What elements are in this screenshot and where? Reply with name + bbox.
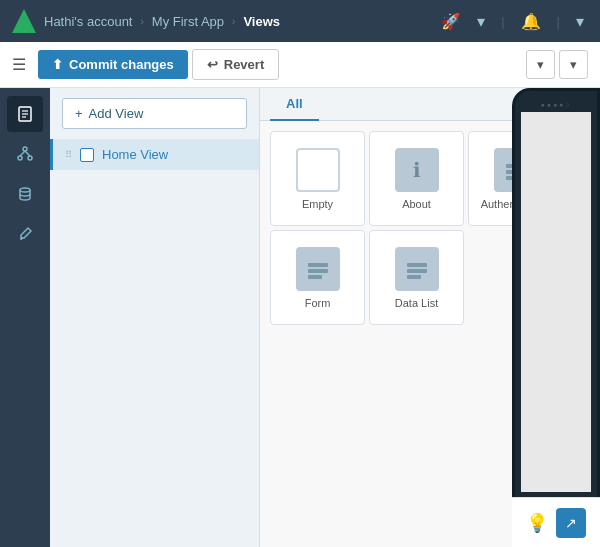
template-card-data-list[interactable]: Data List [369,230,464,325]
revert-label: Revert [224,57,264,72]
form-icon [296,247,340,291]
revert-icon: ↩ [207,57,218,72]
commit-icon: ⬆ [52,57,63,72]
about-label: About [402,198,431,210]
svg-line-8 [25,151,30,156]
bottom-action-bar: 💡 ↗ [512,497,600,547]
nav-divider-2: | [557,14,560,29]
template-card-empty[interactable]: Empty [270,131,365,226]
current-section: Views [243,14,280,29]
data-list-label: Data List [395,297,438,309]
toolbar-dropdown-1[interactable]: ▾ [526,50,555,79]
commit-changes-button[interactable]: ⬆ Commit changes [38,50,188,79]
notifications-icon[interactable]: 🔔 [517,8,545,35]
about-icon: ℹ [395,148,439,192]
bulb-icon[interactable]: 💡 [526,512,548,534]
template-card-about[interactable]: ℹ About [369,131,464,226]
revert-button[interactable]: ↩ Revert [192,49,279,80]
svg-rect-13 [308,263,328,267]
svg-rect-15 [308,275,322,279]
template-card-form[interactable]: Form [270,230,365,325]
views-sidebar: + Add View ⠿ Home View [50,88,260,547]
add-view-button[interactable]: + Add View [62,98,247,129]
main-layout: + Add View ⠿ Home View All Empty ℹ About [0,88,600,547]
empty-label: Empty [302,198,333,210]
svg-point-5 [18,156,22,160]
icon-sidebar [0,88,50,547]
svg-point-6 [28,156,32,160]
phone-screen [521,112,591,492]
nav-separator-1: › [140,16,143,27]
sidebar-icon-database[interactable] [7,176,43,212]
svg-rect-18 [407,275,421,279]
hamburger-icon[interactable]: ☰ [12,55,26,74]
deploy-icon[interactable]: 🚀 [437,8,465,35]
sidebar-icon-hierarchy[interactable] [7,136,43,172]
svg-point-9 [20,188,30,192]
add-view-label: Add View [89,106,144,121]
toolbar: ☰ ⬆ Commit changes ↩ Revert ▾ ▾ [0,42,600,88]
app-logo [12,9,36,33]
view-item-home[interactable]: ⠿ Home View [50,139,259,170]
content-area: All Empty ℹ About Authenti [260,88,600,547]
sidebar-icon-brush[interactable] [7,216,43,252]
view-name: Home View [102,147,168,162]
svg-rect-17 [407,269,427,273]
svg-rect-16 [407,263,427,267]
svg-point-4 [23,147,27,151]
top-navigation: Hathi's account › My First App › Views 🚀… [0,0,600,42]
form-label: Form [305,297,331,309]
drag-handle: ⠿ [65,149,72,160]
tab-all[interactable]: All [270,88,319,121]
user-menu-icon[interactable]: ▾ [572,8,588,35]
nav-divider-1: | [501,14,504,29]
account-name[interactable]: Hathi's account [44,14,132,29]
nav-separator-2: › [232,16,235,27]
phone-status-dots: ●●●●○ [515,91,597,112]
sidebar-icon-pages[interactable] [7,96,43,132]
external-link-icon[interactable]: ↗ [556,508,586,538]
toolbar-dropdown-2[interactable]: ▾ [559,50,588,79]
empty-icon [296,148,340,192]
svg-rect-14 [308,269,328,273]
svg-line-7 [20,151,25,156]
view-checkbox[interactable] [80,148,94,162]
commit-label: Commit changes [69,57,174,72]
add-view-plus: + [75,106,83,121]
app-name[interactable]: My First App [152,14,224,29]
deploy-dropdown-icon[interactable]: ▾ [473,8,489,35]
data-list-icon [395,247,439,291]
phone-preview: ●●●●○ [512,88,600,547]
